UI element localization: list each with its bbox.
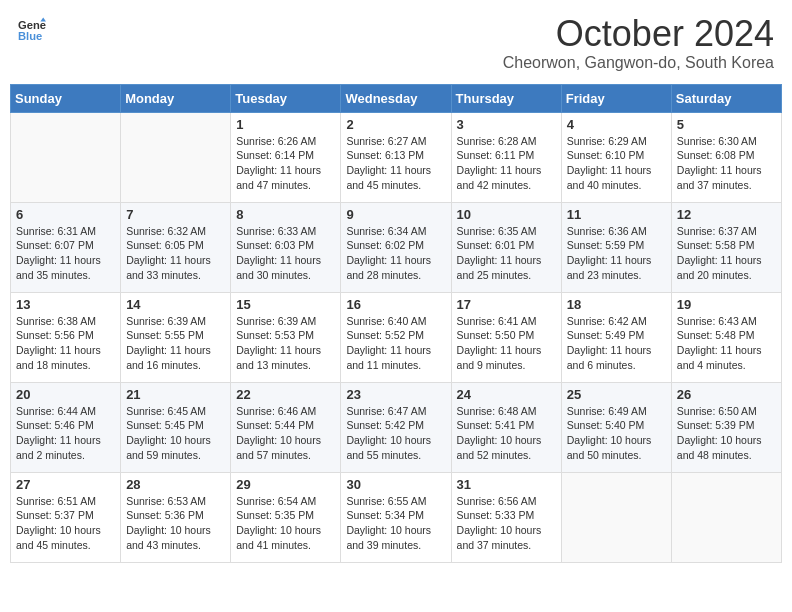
day-number: 17: [457, 297, 556, 312]
day-info: Sunrise: 6:54 AM Sunset: 5:35 PM Dayligh…: [236, 494, 335, 553]
day-info: Sunrise: 6:36 AM Sunset: 5:59 PM Dayligh…: [567, 224, 666, 283]
day-number: 26: [677, 387, 776, 402]
title-block: October 2024 Cheorwon, Gangwon-do, South…: [503, 14, 774, 72]
calendar-cell: [121, 112, 231, 202]
weekday-header-row: SundayMondayTuesdayWednesdayThursdayFrid…: [11, 84, 782, 112]
day-info: Sunrise: 6:27 AM Sunset: 6:13 PM Dayligh…: [346, 134, 445, 193]
day-number: 10: [457, 207, 556, 222]
calendar-cell: 9Sunrise: 6:34 AM Sunset: 6:02 PM Daylig…: [341, 202, 451, 292]
calendar-cell: 28Sunrise: 6:53 AM Sunset: 5:36 PM Dayli…: [121, 472, 231, 562]
calendar-cell: 16Sunrise: 6:40 AM Sunset: 5:52 PM Dayli…: [341, 292, 451, 382]
calendar-cell: 7Sunrise: 6:32 AM Sunset: 6:05 PM Daylig…: [121, 202, 231, 292]
calendar-cell: 30Sunrise: 6:55 AM Sunset: 5:34 PM Dayli…: [341, 472, 451, 562]
day-number: 30: [346, 477, 445, 492]
day-number: 12: [677, 207, 776, 222]
day-info: Sunrise: 6:49 AM Sunset: 5:40 PM Dayligh…: [567, 404, 666, 463]
day-info: Sunrise: 6:44 AM Sunset: 5:46 PM Dayligh…: [16, 404, 115, 463]
day-number: 11: [567, 207, 666, 222]
calendar-cell: 31Sunrise: 6:56 AM Sunset: 5:33 PM Dayli…: [451, 472, 561, 562]
day-info: Sunrise: 6:37 AM Sunset: 5:58 PM Dayligh…: [677, 224, 776, 283]
day-info: Sunrise: 6:43 AM Sunset: 5:48 PM Dayligh…: [677, 314, 776, 373]
calendar-cell: 13Sunrise: 6:38 AM Sunset: 5:56 PM Dayli…: [11, 292, 121, 382]
day-info: Sunrise: 6:31 AM Sunset: 6:07 PM Dayligh…: [16, 224, 115, 283]
day-info: Sunrise: 6:39 AM Sunset: 5:55 PM Dayligh…: [126, 314, 225, 373]
calendar-cell: 18Sunrise: 6:42 AM Sunset: 5:49 PM Dayli…: [561, 292, 671, 382]
week-row-3: 13Sunrise: 6:38 AM Sunset: 5:56 PM Dayli…: [11, 292, 782, 382]
calendar-cell: 29Sunrise: 6:54 AM Sunset: 5:35 PM Dayli…: [231, 472, 341, 562]
day-number: 22: [236, 387, 335, 402]
day-info: Sunrise: 6:33 AM Sunset: 6:03 PM Dayligh…: [236, 224, 335, 283]
calendar-cell: 10Sunrise: 6:35 AM Sunset: 6:01 PM Dayli…: [451, 202, 561, 292]
day-info: Sunrise: 6:42 AM Sunset: 5:49 PM Dayligh…: [567, 314, 666, 373]
calendar-cell: 24Sunrise: 6:48 AM Sunset: 5:41 PM Dayli…: [451, 382, 561, 472]
day-info: Sunrise: 6:28 AM Sunset: 6:11 PM Dayligh…: [457, 134, 556, 193]
svg-text:Blue: Blue: [18, 30, 42, 42]
day-info: Sunrise: 6:53 AM Sunset: 5:36 PM Dayligh…: [126, 494, 225, 553]
day-number: 1: [236, 117, 335, 132]
day-info: Sunrise: 6:56 AM Sunset: 5:33 PM Dayligh…: [457, 494, 556, 553]
calendar-cell: [671, 472, 781, 562]
day-info: Sunrise: 6:51 AM Sunset: 5:37 PM Dayligh…: [16, 494, 115, 553]
weekday-friday: Friday: [561, 84, 671, 112]
day-number: 16: [346, 297, 445, 312]
day-info: Sunrise: 6:29 AM Sunset: 6:10 PM Dayligh…: [567, 134, 666, 193]
calendar-cell: [561, 472, 671, 562]
calendar-cell: 21Sunrise: 6:45 AM Sunset: 5:45 PM Dayli…: [121, 382, 231, 472]
calendar-cell: 20Sunrise: 6:44 AM Sunset: 5:46 PM Dayli…: [11, 382, 121, 472]
calendar-cell: 4Sunrise: 6:29 AM Sunset: 6:10 PM Daylig…: [561, 112, 671, 202]
day-number: 6: [16, 207, 115, 222]
calendar-cell: 12Sunrise: 6:37 AM Sunset: 5:58 PM Dayli…: [671, 202, 781, 292]
day-number: 8: [236, 207, 335, 222]
week-row-2: 6Sunrise: 6:31 AM Sunset: 6:07 PM Daylig…: [11, 202, 782, 292]
calendar-cell: 15Sunrise: 6:39 AM Sunset: 5:53 PM Dayli…: [231, 292, 341, 382]
day-number: 20: [16, 387, 115, 402]
calendar-cell: 27Sunrise: 6:51 AM Sunset: 5:37 PM Dayli…: [11, 472, 121, 562]
weekday-monday: Monday: [121, 84, 231, 112]
day-info: Sunrise: 6:41 AM Sunset: 5:50 PM Dayligh…: [457, 314, 556, 373]
day-number: 28: [126, 477, 225, 492]
week-row-1: 1Sunrise: 6:26 AM Sunset: 6:14 PM Daylig…: [11, 112, 782, 202]
location: Cheorwon, Gangwon-do, South Korea: [503, 54, 774, 72]
day-info: Sunrise: 6:32 AM Sunset: 6:05 PM Dayligh…: [126, 224, 225, 283]
day-number: 7: [126, 207, 225, 222]
weekday-saturday: Saturday: [671, 84, 781, 112]
calendar-cell: 1Sunrise: 6:26 AM Sunset: 6:14 PM Daylig…: [231, 112, 341, 202]
weekday-thursday: Thursday: [451, 84, 561, 112]
day-number: 19: [677, 297, 776, 312]
calendar-cell: 26Sunrise: 6:50 AM Sunset: 5:39 PM Dayli…: [671, 382, 781, 472]
week-row-4: 20Sunrise: 6:44 AM Sunset: 5:46 PM Dayli…: [11, 382, 782, 472]
calendar-cell: 22Sunrise: 6:46 AM Sunset: 5:44 PM Dayli…: [231, 382, 341, 472]
calendar-cell: [11, 112, 121, 202]
calendar-cell: 25Sunrise: 6:49 AM Sunset: 5:40 PM Dayli…: [561, 382, 671, 472]
calendar-cell: 5Sunrise: 6:30 AM Sunset: 6:08 PM Daylig…: [671, 112, 781, 202]
day-number: 5: [677, 117, 776, 132]
month-title: October 2024: [503, 14, 774, 54]
day-number: 2: [346, 117, 445, 132]
day-info: Sunrise: 6:48 AM Sunset: 5:41 PM Dayligh…: [457, 404, 556, 463]
day-number: 13: [16, 297, 115, 312]
day-number: 3: [457, 117, 556, 132]
day-info: Sunrise: 6:46 AM Sunset: 5:44 PM Dayligh…: [236, 404, 335, 463]
day-info: Sunrise: 6:40 AM Sunset: 5:52 PM Dayligh…: [346, 314, 445, 373]
calendar-cell: 2Sunrise: 6:27 AM Sunset: 6:13 PM Daylig…: [341, 112, 451, 202]
calendar-body: 1Sunrise: 6:26 AM Sunset: 6:14 PM Daylig…: [11, 112, 782, 562]
day-number: 25: [567, 387, 666, 402]
calendar-table: SundayMondayTuesdayWednesdayThursdayFrid…: [10, 84, 782, 563]
logo: General Blue: [18, 14, 46, 48]
calendar-cell: 14Sunrise: 6:39 AM Sunset: 5:55 PM Dayli…: [121, 292, 231, 382]
day-number: 9: [346, 207, 445, 222]
weekday-tuesday: Tuesday: [231, 84, 341, 112]
calendar-cell: 8Sunrise: 6:33 AM Sunset: 6:03 PM Daylig…: [231, 202, 341, 292]
day-number: 14: [126, 297, 225, 312]
day-number: 24: [457, 387, 556, 402]
day-number: 23: [346, 387, 445, 402]
day-info: Sunrise: 6:39 AM Sunset: 5:53 PM Dayligh…: [236, 314, 335, 373]
day-info: Sunrise: 6:55 AM Sunset: 5:34 PM Dayligh…: [346, 494, 445, 553]
calendar-cell: 23Sunrise: 6:47 AM Sunset: 5:42 PM Dayli…: [341, 382, 451, 472]
day-info: Sunrise: 6:38 AM Sunset: 5:56 PM Dayligh…: [16, 314, 115, 373]
day-number: 18: [567, 297, 666, 312]
day-number: 15: [236, 297, 335, 312]
calendar-cell: 19Sunrise: 6:43 AM Sunset: 5:48 PM Dayli…: [671, 292, 781, 382]
logo-icon: General Blue: [18, 16, 46, 44]
day-info: Sunrise: 6:50 AM Sunset: 5:39 PM Dayligh…: [677, 404, 776, 463]
